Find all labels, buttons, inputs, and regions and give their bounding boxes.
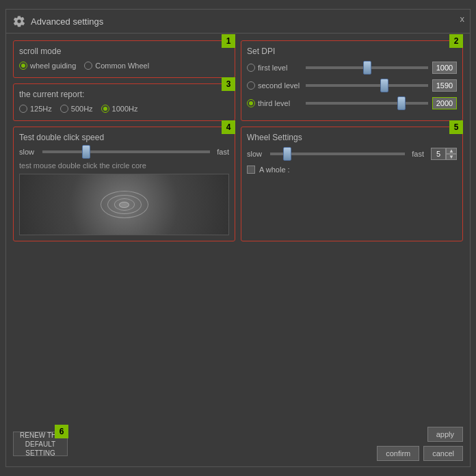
report-125hz-radio[interactable] (19, 105, 27, 113)
dpi-level-3-value: 2000 (432, 97, 457, 109)
close-button[interactable]: x (460, 14, 465, 24)
advanced-settings-window: Advanced settings x 1 scroll mode wheel … (5, 9, 471, 467)
dpi-level-1-slider-container (306, 62, 428, 73)
bottom-area: 6 RENEW THE DEFAULT SETTING apply confir… (13, 427, 463, 461)
dpi-level-1-label: first level (258, 64, 287, 72)
test-click-slider[interactable] (42, 150, 210, 153)
wheel-slow-label: slow (247, 150, 266, 158)
wheel-fast-label: fast (412, 150, 424, 158)
test-click-title: Test double click speed (19, 133, 229, 142)
dpi-level-2-value: 1590 (432, 79, 457, 92)
wheel-speed-input[interactable] (431, 148, 446, 160)
report-500hz-label: 500Hz (71, 105, 93, 113)
gear-icon (13, 15, 25, 27)
wheel-guiding-radio[interactable] (19, 62, 27, 70)
wheel-slider-row: slow fast ▲ ▼ (247, 148, 457, 160)
title-bar: Advanced settings x (6, 10, 470, 34)
dpi-level-1-radio-item[interactable]: first level (247, 64, 302, 72)
dpi-level-3-slider[interactable] (306, 102, 428, 105)
test-click-slider-row: slow fast (19, 148, 229, 156)
spinner-up-button[interactable]: ▲ (446, 148, 457, 154)
scroll-mode-options: wheel guiding Common Wheel (19, 62, 229, 70)
report-500hz-radio[interactable] (60, 105, 68, 113)
common-wheel-option[interactable]: Common Wheel (84, 62, 149, 70)
report-1000hz-label: 1000Hz (112, 105, 138, 113)
dpi-level-1-value: 1000 (432, 62, 457, 74)
report-options: 125Hz 500Hz 1000Hz (19, 105, 229, 113)
wheel-speed-slider[interactable] (270, 153, 405, 155)
cancel-button[interactable]: cancel (423, 446, 463, 461)
apply-button[interactable]: apply (427, 427, 463, 442)
test-click-description: test mouse double click the circle core (19, 161, 229, 170)
set-dpi-badge: 2 (449, 34, 463, 48)
report-1000hz-option[interactable]: 1000Hz (101, 105, 138, 113)
test-click-area[interactable] (19, 174, 229, 235)
main-content: 1 scroll mode wheel guiding Common Wheel… (6, 34, 470, 248)
dpi-level-1-radio[interactable] (247, 64, 255, 72)
test-click-badge: 4 (222, 120, 235, 134)
test-click-fast-label: fast (217, 148, 229, 156)
scroll-mode-title: scroll mode (19, 47, 229, 56)
confirm-cancel-row: confirm cancel (377, 446, 463, 461)
wheel-settings-panel: 5 Wheel Settings slow fast ▲ ▼ A whole : (241, 127, 463, 241)
dpi-level-2-radio-item[interactable]: second level (247, 81, 302, 90)
circle-rings (97, 187, 152, 222)
ring-4 (119, 202, 129, 208)
wheel-speed-spinner: ▲ ▼ (431, 148, 457, 160)
report-125hz-option[interactable]: 125Hz (19, 105, 52, 113)
common-wheel-label: Common Wheel (95, 62, 149, 70)
report-125hz-label: 125Hz (30, 105, 52, 113)
dpi-level-2-label: second level (258, 81, 300, 90)
dpi-level-2-slider[interactable] (306, 84, 428, 87)
common-wheel-radio[interactable] (84, 62, 92, 70)
confirm-button[interactable]: confirm (377, 446, 419, 461)
dpi-level-3-radio[interactable] (247, 99, 255, 107)
current-report-title: the current report: (19, 90, 229, 99)
renew-badge: 6 (55, 425, 68, 438)
whole-label: A whole : (259, 166, 290, 174)
test-click-panel: 4 Test double click speed slow fast test… (13, 127, 235, 241)
whole-checkbox[interactable] (247, 166, 255, 174)
set-dpi-panel: 2 Set DPI first level 1000 second level (241, 40, 463, 121)
right-buttons-area: apply confirm cancel (377, 427, 463, 461)
dpi-level-2-slider-container (306, 80, 428, 91)
dpi-level-3-slider-container (306, 98, 428, 109)
dpi-level-1-row: first level 1000 (247, 62, 457, 74)
current-report-panel: 3 the current report: 125Hz 500Hz 1000Hz (13, 83, 235, 121)
wheel-guiding-option[interactable]: wheel guiding (19, 62, 76, 70)
report-500hz-option[interactable]: 500Hz (60, 105, 93, 113)
dpi-level-3-radio-item[interactable]: third level (247, 99, 302, 107)
scroll-mode-panel: 1 scroll mode wheel guiding Common Wheel (13, 40, 235, 78)
dpi-level-2-row: second level 1590 (247, 79, 457, 92)
whole-checkbox-row: A whole : (247, 166, 457, 174)
dpi-level-2-radio[interactable] (247, 81, 255, 90)
scroll-mode-badge: 1 (222, 34, 235, 48)
dpi-level-3-row: third level 2000 (247, 97, 457, 109)
wheel-settings-title: Wheel Settings (247, 133, 457, 142)
spinner-down-button[interactable]: ▼ (446, 154, 457, 160)
current-report-badge: 3 (222, 77, 235, 91)
wheel-settings-badge: 5 (449, 120, 463, 134)
dpi-level-1-slider[interactable] (306, 66, 428, 69)
test-click-slow-label: slow (19, 148, 38, 156)
report-1000hz-radio[interactable] (101, 105, 109, 113)
window-title: Advanced settings (31, 16, 103, 27)
wheel-guiding-label: wheel guiding (30, 62, 76, 70)
set-dpi-title: Set DPI (247, 47, 457, 56)
spinner-buttons: ▲ ▼ (446, 148, 457, 160)
dpi-level-3-label: third level (258, 99, 290, 107)
renew-wrapper: 6 RENEW THE DEFAULT SETTING (13, 432, 68, 456)
